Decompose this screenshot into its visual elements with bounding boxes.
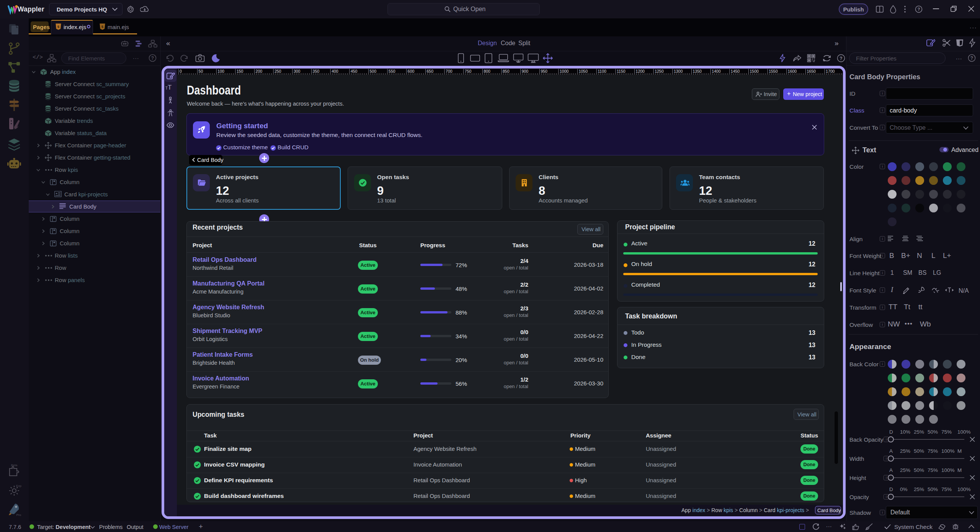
svg-text:850: 850 <box>503 69 510 73</box>
svg-text:1200: 1200 <box>636 69 645 73</box>
svg-text:?: ? <box>151 55 154 61</box>
svg-text:50: 50 <box>199 69 203 73</box>
svg-text:1450: 1450 <box>731 69 740 73</box>
svg-text:1050: 1050 <box>579 69 588 73</box>
svg-text:?: ? <box>918 7 920 11</box>
svg-text:550: 550 <box>389 69 395 73</box>
svg-text:5: 5 <box>57 25 59 29</box>
svg-text:Pro: Pro <box>16 513 21 517</box>
svg-text:200: 200 <box>256 69 263 73</box>
svg-text:5: 5 <box>101 25 103 29</box>
svg-text:250: 250 <box>274 69 281 73</box>
svg-text:0: 0 <box>180 69 182 73</box>
svg-text:450: 450 <box>351 69 358 73</box>
svg-text:1400: 1400 <box>712 69 721 73</box>
svg-text:1650: 1650 <box>807 69 816 73</box>
svg-text:1000: 1000 <box>560 69 569 73</box>
svg-text:300: 300 <box>294 69 301 73</box>
svg-text:950: 950 <box>541 69 547 73</box>
svg-text:400: 400 <box>332 69 338 73</box>
svg-text:1350: 1350 <box>693 69 702 73</box>
svg-text:1550: 1550 <box>769 69 778 73</box>
svg-text:900: 900 <box>522 69 529 73</box>
svg-text:100: 100 <box>217 69 224 73</box>
svg-text:800: 800 <box>483 69 490 73</box>
svg-text:1500: 1500 <box>750 69 759 73</box>
svg-text:1600: 1600 <box>788 69 797 73</box>
svg-text:750: 750 <box>465 69 472 73</box>
svg-text:1700: 1700 <box>826 69 835 73</box>
svg-text:1250: 1250 <box>655 69 664 73</box>
svg-text:350: 350 <box>313 69 320 73</box>
svg-text:600: 600 <box>408 69 415 73</box>
svg-text:Beta: Beta <box>11 463 18 467</box>
svg-text:1300: 1300 <box>674 69 683 73</box>
svg-text:700: 700 <box>446 69 452 73</box>
svg-text:Exp: Exp <box>16 484 21 488</box>
svg-text:?: ? <box>840 56 842 61</box>
svg-text:500: 500 <box>370 69 377 73</box>
svg-text:150: 150 <box>237 69 243 73</box>
svg-text:650: 650 <box>427 69 434 73</box>
svg-text:1100: 1100 <box>598 69 606 73</box>
svg-text:1150: 1150 <box>617 69 626 73</box>
svg-text:?: ? <box>970 55 973 61</box>
